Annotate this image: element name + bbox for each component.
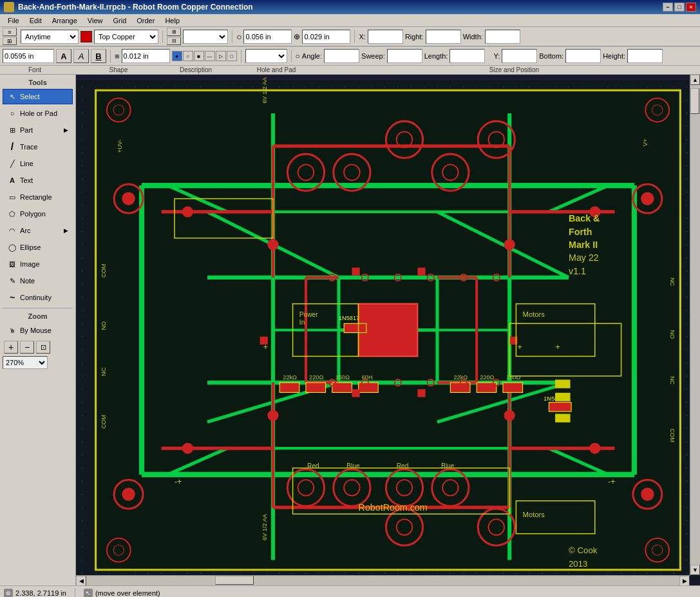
menu-edit[interactable]: Edit	[24, 15, 47, 26]
shape-square[interactable]: ■	[194, 51, 204, 61]
pcb-canvas[interactable]: 22kΩ 220Ω 150Ω 60H 22kΩ 220Ω 150Ω 1N5817…	[76, 75, 700, 585]
rect-icon: ▭	[7, 192, 17, 202]
line-width-icon: ≡	[115, 52, 120, 61]
tool-rect-label: Rectangle	[20, 193, 52, 201]
svg-text:RobotRoom.com: RobotRoom.com	[359, 502, 428, 513]
svg-text:220Ω: 220Ω	[480, 374, 494, 381]
tool-poly-label: Polygon	[20, 210, 46, 218]
pad-size-input[interactable]	[302, 30, 350, 44]
hscroll-track[interactable]	[86, 576, 679, 585]
grid-btn-2[interactable]: ⊞	[3, 37, 17, 45]
tool-image[interactable]: 🖼 Image	[3, 256, 73, 272]
time-select[interactable]: Anytime	[21, 30, 79, 44]
tool-note[interactable]: ✎ Note	[3, 273, 73, 289]
svg-text:Back &: Back &	[569, 213, 600, 223]
tool-polygon[interactable]: ⬠ Polygon	[3, 206, 73, 222]
shape-arrow[interactable]: ▷	[216, 51, 226, 61]
svg-point-99	[590, 443, 600, 453]
minimize-button[interactable]: −	[663, 3, 673, 12]
coordinates-text: 2.338, 2.7119 in	[15, 589, 66, 597]
tool-line-label: Line	[20, 160, 33, 167]
toolbar-row-2: A A B ≡ ● ○ ■ — ▷ □ ○ Angle: Sweep: Leng…	[0, 46, 700, 66]
maximize-button[interactable]: □	[674, 3, 685, 12]
vscroll-up-button[interactable]: ▲	[690, 75, 700, 85]
desc-select[interactable]	[245, 49, 287, 63]
svg-text:Motors: Motors	[523, 310, 545, 318]
shape-dash[interactable]: —	[205, 51, 215, 61]
svg-text:© Cook: © Cook	[569, 545, 598, 555]
font-italic-button[interactable]: A	[73, 49, 89, 63]
tool-hole-or-pad[interactable]: ○ Hole or Pad	[3, 106, 73, 121]
menu-grid[interactable]: Grid	[108, 15, 132, 26]
close-button[interactable]: ×	[686, 3, 696, 12]
x-coord-input[interactable]	[368, 30, 403, 44]
y-coord-input[interactable]	[502, 49, 537, 63]
height-input[interactable]	[627, 49, 663, 63]
hole-size-input[interactable]	[243, 30, 292, 44]
tool-text[interactable]: A Text	[3, 173, 73, 188]
coords-icon: ⊕	[4, 589, 13, 598]
hscroll-thumb[interactable]	[215, 576, 254, 585]
svg-text:+: +	[263, 343, 268, 352]
line-width-input[interactable]	[122, 49, 170, 63]
width-label: Width:	[463, 33, 483, 41]
layer-color-swatch[interactable]	[80, 31, 92, 43]
hscroll-right-button[interactable]: ▶	[679, 576, 690, 585]
shape-circle[interactable]: ●	[172, 51, 182, 61]
svg-point-97	[182, 443, 193, 453]
zoom-select[interactable]: 270% 100% 200% 400%	[3, 356, 48, 369]
menu-file[interactable]: File	[3, 15, 24, 26]
shape-rect[interactable]: □	[227, 51, 237, 61]
zoom-in-button[interactable]: +	[4, 341, 18, 354]
hscroll-left-button[interactable]: ◀	[76, 576, 86, 585]
bottom-input[interactable]	[565, 49, 601, 63]
font-underline-button[interactable]: B	[91, 49, 106, 63]
svg-rect-59	[344, 323, 366, 332]
tool-part[interactable]: ⊞ Part ▶	[3, 122, 73, 138]
svg-point-73	[641, 488, 654, 500]
length-input[interactable]	[449, 49, 485, 63]
svg-text:NC: NC	[669, 376, 676, 385]
vscroll-down-button[interactable]: ▼	[690, 565, 700, 575]
menu-view[interactable]: View	[82, 15, 108, 26]
svg-text:-+: -+	[608, 477, 615, 486]
svg-text:2013: 2013	[569, 559, 587, 569]
vertical-scrollbar[interactable]: ▲ ▼	[690, 75, 700, 575]
tool-continuity[interactable]: ~ Continuity	[3, 290, 73, 305]
menu-help[interactable]: Help	[160, 15, 185, 26]
menu-arrange[interactable]: Arrange	[47, 15, 82, 26]
svg-rect-51	[503, 383, 523, 392]
sweep-input[interactable]	[387, 49, 422, 63]
grid-size-select[interactable]	[183, 30, 228, 44]
menu-order[interactable]: Order	[131, 15, 160, 26]
shape-circle2[interactable]: ○	[183, 51, 193, 61]
font-bold-button[interactable]: A	[56, 49, 71, 63]
zoom-fit-button[interactable]: ⊡	[36, 341, 50, 354]
tool-select[interactable]: ↖ Select	[3, 89, 73, 104]
tool-text-label: Text	[20, 176, 33, 184]
grid-btn-1[interactable]: ≡	[3, 28, 17, 36]
zoom-by-mouse[interactable]: 🖱 By Mouse	[3, 323, 73, 338]
tool-trace[interactable]: / Trace	[3, 139, 73, 155]
svg-text:-+: -+	[175, 477, 182, 486]
svg-rect-64	[556, 393, 570, 401]
line-icon: ╱	[7, 158, 17, 169]
bottom-label2: Bottom:	[539, 52, 563, 60]
zoom-out-button[interactable]: −	[20, 341, 34, 354]
right-input[interactable]	[426, 30, 461, 44]
vscroll-thumb[interactable]	[690, 88, 699, 114]
snap-icon[interactable]: ⊞	[167, 28, 181, 36]
font-size-input[interactable]	[3, 49, 54, 63]
left-panel: Tools ↖ Select ○ Hole or Pad ⊞ Part ▶ / …	[0, 75, 76, 585]
tool-ellipse[interactable]: ◯ Ellipse	[3, 240, 73, 255]
layer-select[interactable]: Top Copper Bottom Copper	[94, 30, 158, 44]
angle-input[interactable]	[324, 49, 359, 63]
svg-rect-63	[556, 380, 570, 388]
width-input[interactable]	[485, 30, 520, 44]
tool-arc[interactable]: ◠ Arc ▶	[3, 223, 73, 238]
horizontal-scrollbar[interactable]: ◀ ▶	[76, 575, 690, 585]
tool-rectangle[interactable]: ▭ Rectangle	[3, 189, 73, 205]
tool-line[interactable]: ╱ Line	[3, 156, 73, 171]
grid-icon[interactable]: ⊟	[167, 37, 181, 45]
vscroll-track[interactable]	[690, 85, 700, 565]
